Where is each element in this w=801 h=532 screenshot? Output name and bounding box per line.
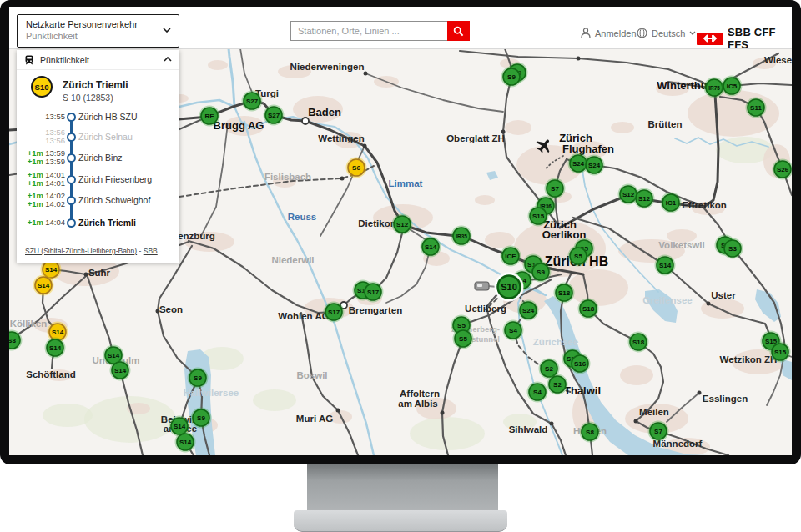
- map-label: Schöftland: [26, 369, 75, 379]
- chevron-down-icon: [163, 28, 171, 33]
- line-badge-s15[interactable]: S15: [770, 342, 791, 363]
- timeline-node: [67, 133, 76, 142]
- line-badge-ic1[interactable]: IC1: [661, 193, 682, 213]
- map-label: Bremgarten: [349, 305, 403, 315]
- line-badge-s18[interactable]: S18: [554, 283, 575, 304]
- line-badge-s14[interactable]: S14: [45, 338, 66, 359]
- badge-label: S14: [45, 266, 58, 274]
- line-badge-ic5[interactable]: IC5: [722, 76, 743, 97]
- line-badge-s14[interactable]: S14: [33, 275, 54, 296]
- line-badge-s27[interactable]: S27: [242, 91, 263, 112]
- chevron-down-icon: [689, 31, 696, 35]
- line-badge-ice[interactable]: ICE: [501, 246, 521, 267]
- line-badge-s11[interactable]: S11: [746, 98, 767, 118]
- line-badge-s8[interactable]: S8: [580, 422, 601, 443]
- line-badge-s9[interactable]: S9: [531, 262, 552, 283]
- line-badge-s27[interactable]: S27: [264, 105, 285, 126]
- monitor: NiederweningenTurgiBadenBrugg AGWettinge…: [0, 0, 801, 532]
- line-badge-s14[interactable]: S14: [421, 237, 441, 258]
- line-badge-ir35[interactable]: IR35: [451, 226, 472, 247]
- badge-label: S9: [194, 374, 202, 382]
- line-badge-s18[interactable]: S18: [628, 332, 649, 353]
- map-label: Uster: [711, 290, 736, 300]
- badge-label: S9: [197, 414, 205, 422]
- timeline-node: [67, 113, 76, 122]
- line-badge-s16[interactable]: S16: [570, 354, 591, 374]
- badge-label: S17: [328, 309, 340, 316]
- badge-label: S14: [425, 243, 437, 251]
- line-badge-s18[interactable]: S18: [578, 299, 599, 319]
- sbb-logo-symbol: [697, 33, 723, 45]
- line-badge-s9[interactable]: S9: [501, 67, 522, 88]
- line-badge-s17[interactable]: S17: [324, 302, 345, 323]
- line-badge-s12[interactable]: S12: [392, 214, 413, 235]
- sbb-logo-text: SBB CFF FFS: [728, 26, 792, 51]
- line-badge-s4[interactable]: S4: [503, 320, 524, 341]
- train-icon: [24, 55, 34, 65]
- globe-icon: [637, 28, 647, 38]
- line-badge-s12[interactable]: S12: [634, 188, 655, 209]
- stop-row: +1m+1m14:0214:02Zürich Schweighof: [17, 192, 179, 208]
- line-badge-s7[interactable]: S7: [648, 421, 669, 442]
- panel-header[interactable]: Pünktlichkeit: [17, 50, 179, 70]
- badge-label: RE: [204, 113, 214, 120]
- line-badge-s9[interactable]: S9: [191, 408, 212, 429]
- search-bar: [290, 21, 470, 41]
- timeline-node: [67, 175, 76, 184]
- timeline-node: [67, 153, 76, 163]
- stop-name: Zürich Friesenberg: [78, 174, 152, 184]
- line-badge-s4[interactable]: S4: [527, 382, 548, 403]
- map-label: Reuss: [288, 212, 317, 222]
- map-label: Brütten: [648, 119, 683, 129]
- line-badge-s9[interactable]: S9: [188, 368, 209, 389]
- badge-label: S14: [52, 329, 64, 336]
- line-badge-s2[interactable]: S2: [547, 374, 568, 395]
- train-destination: Zürich Triemli: [63, 79, 128, 91]
- map-label: Wiesendangen: [764, 55, 792, 65]
- footer-separator: -: [137, 247, 144, 255]
- line-badge-s14[interactable]: S14: [175, 432, 196, 453]
- sbb-link[interactable]: SBB: [144, 247, 158, 255]
- map-label: Niederweningen: [290, 62, 365, 72]
- map-label: Volketswil: [658, 240, 704, 250]
- layer-dropdown[interactable]: Netzkarte Personenverkehr Pünktlichkeit: [17, 14, 179, 48]
- operator-link[interactable]: SZU (Sihltal-Zürich-Uetliberg-Bahn): [25, 247, 137, 255]
- badge-label: S15: [532, 213, 545, 220]
- map-label: Brugg AG: [214, 119, 264, 132]
- badge-label: S24: [522, 307, 535, 314]
- line-badge-s24[interactable]: S24: [518, 300, 539, 321]
- map-label: Muri AG: [296, 414, 333, 424]
- line-badge-s14[interactable]: S14: [655, 255, 676, 276]
- line-badge-s6[interactable]: S6: [346, 158, 367, 178]
- line-badge-s3[interactable]: S3: [723, 238, 743, 259]
- badge-label: S16: [574, 360, 587, 368]
- search-button[interactable]: [447, 21, 470, 41]
- stop-row: +1m14:04Zürich Triemli: [17, 218, 179, 228]
- badge-label: S27: [246, 98, 259, 105]
- search-input[interactable]: [290, 21, 447, 41]
- line-badge-s5[interactable]: S5: [453, 329, 474, 349]
- map-label: Wohlen AG: [278, 311, 329, 321]
- line-badge-s24[interactable]: S24: [584, 155, 605, 176]
- stop-name: Zürich Binz: [78, 153, 123, 163]
- badge-label: S27: [268, 112, 280, 119]
- badge-label: S3: [728, 245, 737, 253]
- badge-label: S14: [659, 262, 672, 269]
- line-badge-s14[interactable]: S14: [110, 360, 131, 381]
- panel-footer: SZU (Sihltal-Zürich-Uetliberg-Bahn) - SB…: [25, 247, 158, 255]
- line-badge-s17[interactable]: S17: [363, 282, 384, 303]
- map-label: Effretikon: [682, 200, 727, 210]
- badge-label: S14: [38, 282, 50, 289]
- badge-label: S14: [108, 352, 120, 359]
- screen: NiederweningenTurgiBadenBrugg AGWettinge…: [9, 7, 792, 455]
- language-selector[interactable]: Deutsch: [637, 28, 696, 38]
- badge-label: S5: [457, 322, 466, 329]
- line-badge-re[interactable]: RE: [199, 106, 220, 127]
- line-badge-s5[interactable]: S5: [568, 246, 589, 267]
- line-badge-s10[interactable]: S10: [495, 273, 524, 302]
- badge-label: S24: [572, 160, 585, 168]
- badge-label: S10: [501, 282, 517, 292]
- login-button[interactable]: Anmelden: [581, 28, 637, 38]
- line-badge-s15[interactable]: S15: [528, 206, 549, 227]
- stop-row: +1m+1m14:0114:01Zürich Friesenberg: [17, 171, 179, 188]
